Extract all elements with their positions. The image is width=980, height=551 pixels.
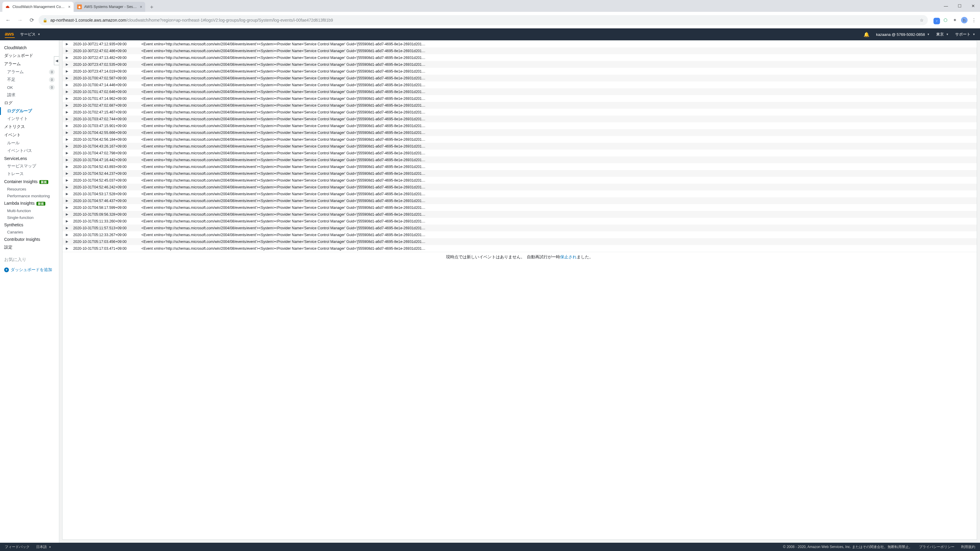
nav-account[interactable]: kazaana @ 5769-5092-0858▼ — [876, 32, 930, 37]
footer-terms-link[interactable]: 利用規約 — [961, 545, 975, 549]
nav-services[interactable]: サービス▼ — [20, 32, 40, 37]
log-event-row[interactable]: ▶2020-10-31T04:47:02.798+09:00<Event xml… — [62, 149, 977, 156]
nav-support[interactable]: サポート▼ — [955, 32, 975, 37]
footer-privacy-link[interactable]: プライバシーポリシー — [919, 545, 955, 549]
log-event-row[interactable]: ▶2020-10-31T02:47:02.687+09:00<Event xml… — [62, 102, 977, 109]
log-event-row[interactable]: ▶2020-10-31T04:52:45.037+09:00<Event xml… — [62, 177, 977, 184]
extension-icon[interactable]: 7 — [932, 17, 939, 24]
log-event-row[interactable]: ▶2020-10-31T03:47:15.901+09:00<Event xml… — [62, 122, 977, 129]
new-tab-button[interactable]: ＋ — [148, 3, 156, 11]
log-event-row[interactable]: ▶2020-10-31T04:43:26.167+09:00<Event xml… — [62, 143, 977, 149]
sidebar-item-synthetics[interactable]: Synthetics — [0, 221, 59, 229]
log-event-row[interactable]: ▶2020-10-31T05:17:03.456+09:00<Event xml… — [62, 238, 977, 245]
sidebar-item-alarm-ok[interactable]: OK0 — [0, 84, 59, 91]
expand-row-icon[interactable]: ▶ — [62, 54, 72, 61]
sidebar-item-log[interactable]: ログ — [0, 99, 59, 107]
sidebar-item-alarm-billing[interactable]: 請求 — [0, 91, 59, 99]
log-event-row[interactable]: ▶2020-10-31T04:57:46.437+09:00<Event xml… — [62, 197, 977, 204]
expand-row-icon[interactable]: ▶ — [62, 143, 72, 149]
sidebar-item-container-insights[interactable]: Container Insights新規 — [0, 178, 59, 186]
profile-avatar[interactable]: h — [961, 17, 967, 24]
log-event-row[interactable]: ▶2020-10-31T00:47:14.446+09:00<Event xml… — [62, 81, 977, 88]
expand-row-icon[interactable]: ▶ — [62, 177, 72, 184]
footer-language-selector[interactable]: 日本語 ▼ — [36, 545, 51, 549]
omnibox[interactable]: 🔒 ap-northeast-1.console.aws.amazon.com/… — [38, 15, 928, 25]
tab-close-icon[interactable]: × — [140, 5, 142, 9]
sidebar-item-resources[interactable]: Resources — [0, 186, 59, 192]
chrome-menu-icon[interactable]: ⋮ — [970, 17, 977, 24]
sidebar-item-rules[interactable]: ルール — [0, 139, 59, 147]
expand-row-icon[interactable]: ▶ — [62, 211, 72, 218]
log-event-row[interactable]: ▶2020-10-31T04:42:55.666+09:00<Event xml… — [62, 129, 977, 136]
sidebar-item-metrics[interactable]: メトリクス — [0, 123, 59, 131]
sidebar-item-event-bus[interactable]: イベントバス — [0, 147, 59, 155]
add-dashboard-button[interactable]: + ダッシュボードを追加 — [0, 265, 59, 275]
expand-row-icon[interactable]: ▶ — [62, 68, 72, 75]
nav-reload-button[interactable]: ⟳ — [27, 15, 37, 25]
expand-row-icon[interactable]: ▶ — [62, 116, 72, 122]
expand-row-icon[interactable]: ▶ — [62, 102, 72, 109]
expand-row-icon[interactable]: ▶ — [62, 197, 72, 204]
nav-region[interactable]: 東京▼ — [936, 32, 948, 37]
sidebar-item-servicelens[interactable]: ServiceLens — [0, 155, 59, 162]
sidebar-item-settings[interactable]: 設定 — [0, 243, 59, 251]
log-event-row[interactable]: ▶2020-10-31T05:11:57.513+09:00<Event xml… — [62, 225, 977, 231]
log-event-row[interactable]: ▶2020-10-31T04:52:44.237+09:00<Event xml… — [62, 170, 977, 177]
log-event-row[interactable]: ▶2020-10-30T23:47:02.535+09:00<Event xml… — [62, 61, 977, 68]
expand-row-icon[interactable]: ▶ — [62, 156, 72, 163]
expand-row-icon[interactable]: ▶ — [62, 149, 72, 156]
log-event-row[interactable]: ▶2020-10-31T03:47:02.744+09:00<Event xml… — [62, 116, 977, 122]
log-event-row[interactable]: ▶2020-10-30T21:47:12.935+09:00<Event xml… — [62, 41, 977, 48]
log-event-row[interactable]: ▶2020-10-30T23:47:14.019+09:00<Event xml… — [62, 68, 977, 75]
sidebar-item-alarm[interactable]: アラーム — [0, 60, 59, 68]
log-event-row[interactable]: ▶2020-10-31T04:52:46.242+09:00<Event xml… — [62, 184, 977, 191]
log-event-row[interactable]: ▶2020-10-31T04:53:17.528+09:00<Event xml… — [62, 191, 977, 197]
expand-row-icon[interactable]: ▶ — [62, 48, 72, 54]
expand-row-icon[interactable]: ▶ — [62, 245, 72, 252]
expand-row-icon[interactable]: ▶ — [62, 129, 72, 136]
footer-feedback-link[interactable]: フィードバック — [5, 545, 30, 549]
log-event-row[interactable]: ▶2020-10-30T22:47:13.482+09:00<Event xml… — [62, 54, 977, 61]
star-icon[interactable]: ☆ — [920, 18, 924, 22]
browser-tab-active[interactable]: CloudWatch Management Conso × — [2, 2, 73, 12]
sidebar-item-events[interactable]: イベント — [0, 131, 59, 139]
nav-forward-button[interactable]: → — [15, 15, 25, 25]
log-event-row[interactable]: ▶2020-10-31T00:47:02.587+09:00<Event xml… — [62, 75, 977, 81]
expand-row-icon[interactable]: ▶ — [62, 238, 72, 245]
expand-row-icon[interactable]: ▶ — [62, 95, 72, 102]
sidebar-item-trace[interactable]: トレース — [0, 170, 59, 178]
sidebar-item-lambda-insights[interactable]: Lambda Insights新規 — [0, 199, 59, 207]
retry-link[interactable]: 保止され — [560, 255, 577, 259]
expand-row-icon[interactable]: ▶ — [62, 163, 72, 170]
expand-row-icon[interactable]: ▶ — [62, 170, 72, 177]
sidebar-item-service-map[interactable]: サービスマップ — [0, 162, 59, 170]
extension-icon[interactable]: ⬡ — [942, 17, 948, 24]
log-event-row[interactable]: ▶2020-10-31T04:58:17.599+09:00<Event xml… — [62, 204, 977, 211]
expand-row-icon[interactable]: ▶ — [62, 109, 72, 116]
log-event-row[interactable]: ▶2020-10-31T05:09:56.328+09:00<Event xml… — [62, 211, 977, 218]
log-event-row[interactable]: ▶2020-10-31T05:11:33.260+09:00<Event xml… — [62, 218, 977, 225]
log-event-row[interactable]: ▶2020-10-31T02:47:15.467+09:00<Event xml… — [62, 109, 977, 116]
window-minimize-button[interactable]: — — [939, 0, 953, 12]
expand-row-icon[interactable]: ▶ — [62, 225, 72, 231]
expand-row-icon[interactable]: ▶ — [62, 136, 72, 143]
window-close-button[interactable]: ✕ — [966, 0, 980, 12]
log-event-row[interactable]: ▶2020-10-31T04:47:16.442+09:00<Event xml… — [62, 156, 977, 163]
notifications-icon[interactable]: 🔔 — [864, 32, 869, 37]
tab-close-icon[interactable]: × — [68, 5, 70, 9]
sidebar-item-multi-function[interactable]: Multi-function — [0, 207, 59, 214]
sidebar-item-cloudwatch[interactable]: CloudWatch — [0, 44, 59, 52]
sidebar-item-single-function[interactable]: Single-function — [0, 214, 59, 221]
browser-tab-inactive[interactable]: ◆ AWS Systems Manager - Session × — [74, 2, 145, 12]
expand-row-icon[interactable]: ▶ — [62, 88, 72, 95]
expand-row-icon[interactable]: ▶ — [62, 122, 72, 129]
log-event-row[interactable]: ▶2020-10-31T01:47:02.646+09:00<Event xml… — [62, 88, 977, 95]
expand-row-icon[interactable]: ▶ — [62, 41, 72, 48]
log-event-row[interactable]: ▶2020-10-31T04:42:56.184+09:00<Event xml… — [62, 136, 977, 143]
expand-row-icon[interactable]: ▶ — [62, 75, 72, 81]
window-maximize-button[interactable]: ☐ — [953, 0, 966, 12]
expand-row-icon[interactable]: ▶ — [62, 218, 72, 225]
expand-row-icon[interactable]: ▶ — [62, 204, 72, 211]
sidebar-item-canaries[interactable]: Canaries — [0, 229, 59, 235]
log-event-row[interactable]: ▶2020-10-31T05:12:33.267+09:00<Event xml… — [62, 231, 977, 238]
